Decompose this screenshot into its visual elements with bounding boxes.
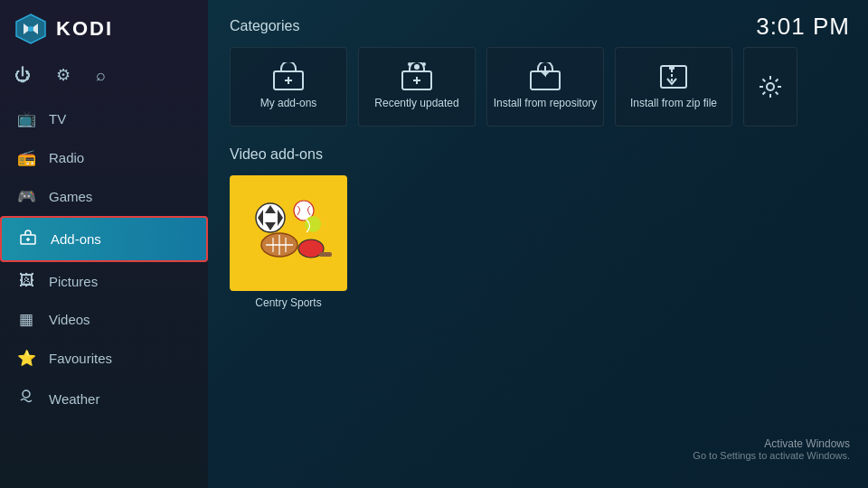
videos-icon: ▦ — [16, 310, 36, 329]
svg-rect-35 — [319, 252, 332, 257]
settings-cat-icon — [758, 74, 783, 99]
category-my-addons[interactable]: My add-ons — [230, 47, 347, 127]
power-icon[interactable]: ⏻ — [14, 66, 31, 85]
activate-windows-title: Activate Windows — [693, 437, 850, 450]
sidebar-item-favourites[interactable]: ⭐ Favourites — [0, 339, 208, 378]
centry-sports-label: Centry Sports — [255, 296, 321, 309]
sidebar-label-radio: Radio — [49, 150, 84, 165]
sidebar-item-pictures[interactable]: 🖼 Pictures — [0, 262, 208, 300]
my-addons-label: My add-ons — [257, 97, 321, 111]
svg-point-12 — [414, 64, 420, 70]
sidebar-item-videos[interactable]: ▦ Videos — [0, 300, 208, 339]
category-settings[interactable] — [743, 47, 797, 127]
category-install-from-zip[interactable]: Install from zip file — [615, 47, 732, 127]
sidebar: KODI ⏻ ⚙ ⌕ 📺 TV 📻 Radio 🎮 Games — [0, 0, 208, 488]
sidebar-item-radio[interactable]: 📻 Radio — [0, 138, 208, 177]
install-from-zip-icon — [657, 62, 690, 91]
svg-point-22 — [241, 186, 335, 280]
category-recently-updated[interactable]: Recently updated — [358, 47, 476, 127]
svg-point-7 — [23, 390, 30, 398]
sidebar-label-videos: Videos — [49, 312, 90, 327]
svg-point-13 — [422, 62, 426, 66]
pictures-icon: 🖼 — [16, 272, 36, 290]
activate-windows-subtitle: Go to Settings to activate Windows. — [693, 450, 850, 461]
svg-rect-19 — [669, 66, 675, 70]
addon-centry-sports[interactable]: Centry Sports — [230, 175, 347, 309]
svg-point-3 — [28, 26, 33, 32]
activate-windows-watermark: Activate Windows Go to Settings to activ… — [693, 437, 850, 461]
sidebar-label-tv: TV — [49, 111, 66, 127]
tv-icon: 📺 — [16, 109, 36, 128]
sidebar-nav: 📺 TV 📻 Radio 🎮 Games Add-ons 🖼 P — [0, 99, 208, 488]
centry-sports-icon — [239, 183, 338, 283]
my-addons-icon — [272, 62, 305, 91]
sidebar-label-weather: Weather — [49, 391, 99, 407]
sidebar-label-favourites: Favourites — [49, 351, 112, 366]
video-addons-section: Video add-ons — [230, 146, 846, 309]
sidebar-item-tv[interactable]: 📺 TV — [0, 99, 208, 138]
sidebar-actions: ⏻ ⚙ ⌕ — [0, 58, 208, 99]
svg-point-21 — [767, 83, 774, 90]
sidebar-item-weather[interactable]: Weather — [0, 378, 208, 420]
install-from-zip-label: Install from zip file — [627, 97, 721, 111]
sidebar-label-pictures: Pictures — [49, 274, 98, 289]
svg-point-14 — [408, 62, 411, 66]
recently-updated-icon — [401, 62, 433, 91]
centry-sports-thumbnail — [230, 175, 347, 291]
weather-icon — [16, 388, 36, 410]
favourites-icon: ⭐ — [16, 349, 36, 368]
categories-title: Categories — [230, 18, 846, 34]
recently-updated-label: Recently updated — [371, 97, 462, 111]
sidebar-header: KODI — [0, 0, 208, 58]
sidebar-item-addons[interactable]: Add-ons — [0, 216, 208, 262]
sidebar-item-games[interactable]: 🎮 Games — [0, 177, 208, 216]
main-content: 3:01 PM Categories My add-ons — [208, 0, 868, 488]
app-title: KODI — [56, 17, 113, 41]
sidebar-label-addons: Add-ons — [51, 231, 101, 247]
addons-icon — [18, 228, 38, 250]
categories-grid: My add-ons Recently updated I — [230, 47, 846, 127]
time-display: 3:01 PM — [756, 13, 850, 41]
games-icon: 🎮 — [16, 187, 36, 206]
install-from-repo-icon — [529, 62, 561, 91]
svg-point-36 — [305, 216, 321, 232]
kodi-logo-icon — [14, 13, 47, 45]
radio-icon: 📻 — [16, 148, 36, 167]
search-icon[interactable]: ⌕ — [96, 66, 106, 85]
sidebar-label-games: Games — [49, 189, 92, 204]
category-install-from-repo[interactable]: Install from repository — [486, 47, 604, 127]
video-addons-title: Video add-ons — [230, 146, 846, 163]
install-from-repo-label: Install from repository — [490, 97, 601, 111]
settings-icon[interactable]: ⚙ — [56, 65, 71, 85]
video-addons-grid: Centry Sports — [230, 175, 846, 309]
